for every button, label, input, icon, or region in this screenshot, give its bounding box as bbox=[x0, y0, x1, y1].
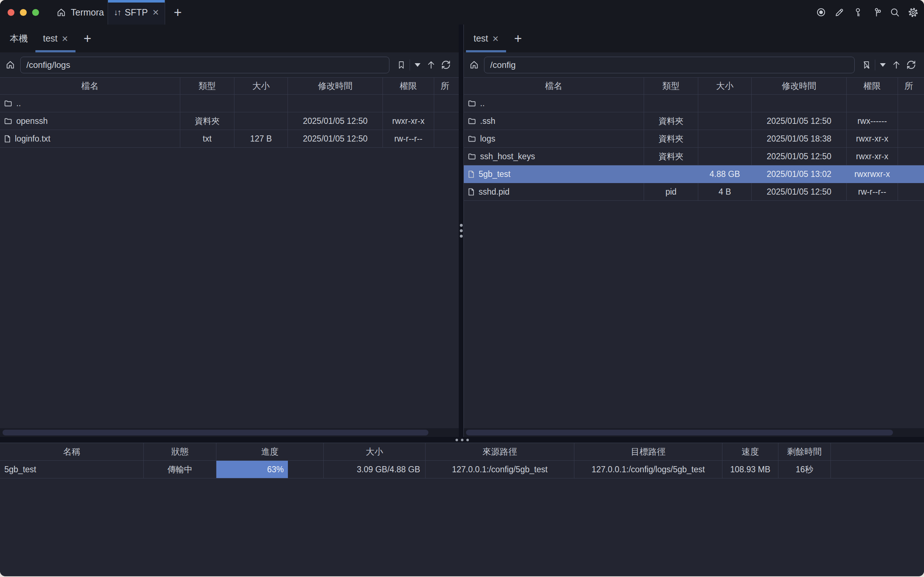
column-header-owner[interactable]: 所 bbox=[898, 77, 924, 94]
column-header-owner[interactable]: 所 bbox=[434, 77, 459, 94]
bookmark-icon[interactable] bbox=[397, 60, 406, 70]
left-path-bar bbox=[0, 52, 459, 77]
divider bbox=[875, 60, 875, 71]
sftp-tab-label: SFTP bbox=[125, 7, 148, 18]
home-icon[interactable] bbox=[5, 60, 15, 70]
file-icon bbox=[468, 171, 474, 178]
path-input[interactable] bbox=[20, 57, 389, 73]
edit-icon[interactable] bbox=[834, 7, 845, 17]
column-header-spacer bbox=[831, 443, 924, 461]
transfer-name: 5gb_test bbox=[0, 461, 144, 479]
pane-splitter[interactable] bbox=[459, 24, 464, 437]
bookmark-remove-icon[interactable] bbox=[862, 60, 871, 70]
folder-icon bbox=[468, 153, 476, 160]
transfer-speed: 108.93 MB bbox=[722, 461, 779, 479]
column-header-remaining[interactable]: 剩餘時間 bbox=[779, 443, 831, 461]
transfers-header: 名稱 狀態 進度 大小 來源路徑 目標路徑 速度 剩餘時間 bbox=[0, 443, 924, 461]
horizontal-scrollbar[interactable] bbox=[466, 430, 893, 435]
transfers-panel: 名稱 狀態 進度 大小 來源路徑 目標路徑 速度 剩餘時間 5gb_test 傳… bbox=[0, 437, 924, 576]
key-icon[interactable] bbox=[853, 7, 863, 17]
column-header-type[interactable]: 類型 bbox=[180, 77, 234, 94]
file-row[interactable]: loginfo.txt txt 127 B 2025/01/05 12:50 r… bbox=[0, 130, 459, 148]
file-name: logs bbox=[480, 134, 495, 144]
column-header-size[interactable]: 大小 bbox=[324, 443, 426, 461]
path-input[interactable] bbox=[484, 57, 855, 73]
transfer-row[interactable]: 5gb_test 傳輸中 63% 3.09 GB/4.88 GB 127.0.0… bbox=[0, 461, 924, 479]
column-header-speed[interactable]: 速度 bbox=[722, 443, 779, 461]
file-icon bbox=[468, 188, 474, 196]
tab-termora-home[interactable]: Termora bbox=[53, 0, 107, 24]
close-icon[interactable]: × bbox=[492, 35, 498, 42]
fullscreen-window-button[interactable] bbox=[32, 9, 39, 16]
add-pane-tab-button[interactable]: + bbox=[76, 24, 99, 52]
folder-icon bbox=[4, 118, 12, 124]
file-row[interactable]: ssh_host_keys 資料夾 2025/01/05 12:50 rwxr-… bbox=[464, 148, 924, 165]
pane-tab-label: test bbox=[474, 33, 488, 44]
new-tab-button[interactable]: + bbox=[167, 0, 189, 24]
keychain-icon[interactable] bbox=[871, 7, 881, 17]
right-table-header: 檔名 類型 大小 修改時間 權限 所 bbox=[464, 77, 924, 95]
home-icon[interactable] bbox=[469, 60, 479, 70]
minimize-window-button[interactable] bbox=[20, 9, 27, 16]
right-path-bar bbox=[464, 52, 924, 77]
close-icon[interactable]: × bbox=[62, 35, 68, 42]
column-header-modified[interactable]: 修改時間 bbox=[288, 77, 383, 94]
refresh-icon[interactable] bbox=[441, 60, 451, 70]
folder-icon bbox=[4, 100, 12, 107]
search-icon[interactable] bbox=[890, 7, 900, 17]
progress-label: 63% bbox=[267, 465, 284, 474]
transfer-status: 傳輸中 bbox=[144, 461, 216, 479]
horizontal-scrollbar[interactable] bbox=[3, 430, 428, 435]
tab-sftp[interactable]: ↓↑ SFTP × bbox=[108, 0, 165, 24]
titlebar-toolbar bbox=[816, 0, 918, 24]
file-row-selected[interactable]: 5gb_test 4.88 GB 2025/01/05 13:02 rwxrwx… bbox=[464, 165, 924, 183]
transfer-arrows-icon: ↓↑ bbox=[114, 8, 121, 17]
bookmark-dropdown-caret[interactable] bbox=[415, 63, 421, 67]
record-icon[interactable] bbox=[816, 7, 826, 17]
column-header-target[interactable]: 目標路徑 bbox=[574, 443, 722, 461]
file-row[interactable]: .ssh 資料夾 2025/01/05 12:50 rwx------ bbox=[464, 112, 924, 130]
close-window-button[interactable] bbox=[8, 9, 15, 16]
column-header-name[interactable]: 名稱 bbox=[0, 443, 144, 461]
pane-tab-test[interactable]: test × bbox=[466, 24, 506, 52]
transfer-progress-bar: 63% bbox=[216, 461, 324, 479]
column-header-name[interactable]: 檔名 bbox=[0, 77, 180, 94]
file-name: openssh bbox=[16, 116, 48, 126]
left-pane-tabs: 本機 test × + bbox=[0, 24, 459, 52]
pane-tab-test[interactable]: test × bbox=[35, 24, 76, 52]
file-row[interactable]: .. bbox=[0, 95, 459, 112]
column-header-progress[interactable]: 進度 bbox=[216, 443, 324, 461]
parent-directory-icon[interactable] bbox=[892, 60, 901, 70]
bookmark-dropdown-caret[interactable] bbox=[880, 63, 886, 67]
file-row[interactable]: logs 資料夾 2025/01/05 18:38 rwxr-xr-x bbox=[464, 130, 924, 148]
main-area: 本機 test × + bbox=[0, 24, 924, 437]
add-pane-tab-button[interactable]: + bbox=[506, 24, 530, 52]
folder-icon bbox=[468, 100, 476, 107]
close-tab-icon[interactable]: × bbox=[152, 9, 159, 16]
column-header-size[interactable]: 大小 bbox=[234, 77, 288, 94]
left-file-table: 檔名 類型 大小 修改時間 權限 所 .. openssh bbox=[0, 77, 459, 437]
column-header-size[interactable]: 大小 bbox=[698, 77, 752, 94]
settings-gear-icon[interactable] bbox=[908, 7, 918, 17]
column-header-permissions[interactable]: 權限 bbox=[847, 77, 898, 94]
column-header-status[interactable]: 狀態 bbox=[144, 443, 216, 461]
column-header-permissions[interactable]: 權限 bbox=[383, 77, 434, 94]
home-icon bbox=[56, 8, 66, 17]
pane-tab-local[interactable]: 本機 bbox=[2, 24, 35, 52]
parent-directory-icon[interactable] bbox=[426, 60, 436, 70]
transfer-size: 3.09 GB/4.88 GB bbox=[324, 461, 426, 479]
file-row[interactable]: .. bbox=[464, 95, 924, 112]
column-header-name[interactable]: 檔名 bbox=[464, 77, 644, 94]
column-header-type[interactable]: 類型 bbox=[644, 77, 698, 94]
file-name: .. bbox=[16, 98, 21, 108]
file-row[interactable]: sshd.pid pid 4 B 2025/01/05 12:50 rw-r--… bbox=[464, 183, 924, 201]
folder-icon bbox=[468, 135, 476, 142]
transfer-source-path: 127.0.0.1:/config/5gb_test bbox=[426, 461, 574, 479]
column-header-modified[interactable]: 修改時間 bbox=[752, 77, 847, 94]
folder-icon bbox=[468, 118, 476, 124]
transfers-splitter[interactable] bbox=[0, 437, 924, 443]
file-row[interactable]: openssh 資料夾 2025/01/05 12:50 rwxr-xr-x bbox=[0, 112, 459, 130]
file-name: .. bbox=[480, 98, 485, 108]
column-header-source[interactable]: 來源路徑 bbox=[426, 443, 574, 461]
refresh-icon[interactable] bbox=[906, 60, 916, 70]
